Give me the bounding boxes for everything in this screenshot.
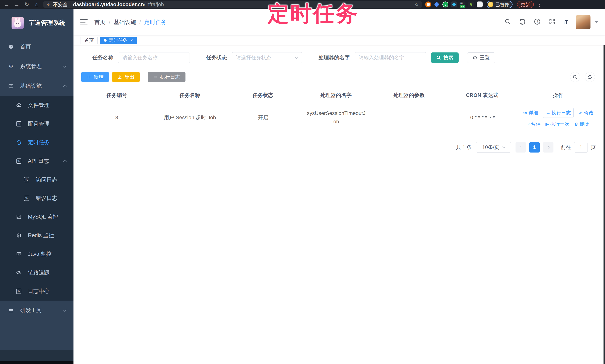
breadcrumb-separator: / <box>109 19 110 25</box>
extension-on-icon[interactable]: ☰ on <box>460 1 465 7</box>
close-tab-icon[interactable]: × <box>131 38 133 43</box>
browser-forward-icon[interactable]: → <box>13 0 21 9</box>
browser-home-icon[interactable]: ⌂ <box>33 0 41 9</box>
chart-icon <box>16 214 22 220</box>
delete-link[interactable]: 删除 <box>574 121 589 127</box>
prev-page-button[interactable] <box>515 142 526 153</box>
export-button[interactable]: 导出 <box>112 72 140 82</box>
extension-grid-icon[interactable] <box>451 1 457 7</box>
sidebar-item-label: 链路追踪 <box>28 269 66 276</box>
browser-update-button[interactable]: 更新 <box>517 1 534 8</box>
sidebar-item-home[interactable]: 首页 <box>0 37 74 57</box>
search-button[interactable]: 搜索 <box>431 52 459 63</box>
font-size-icon[interactable]: tT <box>564 19 568 25</box>
col-header-name: 任务名称 <box>153 86 226 104</box>
breadcrumb-infra[interactable]: 基础设施 <box>114 18 136 26</box>
reset-button[interactable]: 重置 <box>467 52 495 63</box>
table-row: 3 用户 Session 超时 Job 开启 sysUserSessionTim… <box>80 104 598 131</box>
sidebar-item-label: 定时任务 <box>28 139 66 146</box>
handler-name-input[interactable] <box>355 52 426 63</box>
run-once-link[interactable]: ▶ 执行一次 <box>545 121 569 127</box>
sidebar-item-access-logs[interactable]: ✎ 访问日志 <box>0 170 74 189</box>
refresh-button[interactable] <box>585 72 595 82</box>
sidebar-item-redis-monitor[interactable]: Redis 监控 <box>0 226 74 245</box>
user-avatar[interactable] <box>576 15 591 29</box>
cell-handler-name: sysUserSessionTimeoutJob <box>300 104 373 131</box>
job-status-select[interactable]: 请选择任务状态 <box>232 52 302 63</box>
sidebar-item-label: API 日志 <box>28 157 57 165</box>
cell-actions: 详细 执行日志 修改 <box>519 104 598 131</box>
browser-profile-button[interactable]: 已暂停 <box>487 1 513 8</box>
tab-scheduled-jobs[interactable]: 定时任务 × <box>100 37 137 44</box>
browser-reload-icon[interactable]: ↻ <box>23 0 31 9</box>
goto-page-input[interactable] <box>574 142 588 153</box>
edit-square-icon: ✎ <box>24 177 30 182</box>
browser-back-icon[interactable]: ← <box>3 0 11 9</box>
sidebar-item-java-monitor[interactable]: Java 监控 <box>0 245 74 263</box>
extension-orange-icon[interactable] <box>425 1 431 7</box>
cell-job-name: 用户 Session 超时 Job <box>153 104 226 131</box>
sidebar-item-label: 研发工具 <box>20 307 57 314</box>
sidebar-item-file-mgmt[interactable]: 文件管理 <box>0 96 74 115</box>
sidebar-item-infra[interactable]: 基础设施 <box>0 76 74 96</box>
detail-link[interactable]: 详细 <box>523 110 538 116</box>
sidebar-item-config-mgmt[interactable]: ✎ 配置管理 <box>0 115 74 133</box>
help-icon[interactable]: ? <box>534 18 541 26</box>
fullscreen-icon[interactable] <box>549 18 556 26</box>
tab-home[interactable]: 首页 <box>80 37 98 44</box>
sidebar-item-scheduled-jobs[interactable]: 定时任务 <box>0 133 74 152</box>
sidebar-bottom-edge <box>0 361 74 364</box>
extension-check-icon[interactable]: v <box>442 1 448 7</box>
edit-link[interactable]: 修改 <box>579 110 594 116</box>
search-icon[interactable] <box>504 18 511 26</box>
chevron-up-icon <box>63 85 66 89</box>
sidebar-item-label: 系统管理 <box>20 63 57 70</box>
toggle-search-button[interactable] <box>570 72 580 82</box>
page-size-select[interactable]: 10条/页 <box>476 142 511 153</box>
active-tab-dot <box>104 39 107 42</box>
app-logo-row: 芋道管理系统 <box>0 9 74 37</box>
sidebar-item-system[interactable]: ⚙ 系统管理 <box>0 57 74 76</box>
extensions-row: v ☰ on <box>425 1 483 7</box>
next-page-button[interactable] <box>543 142 553 153</box>
main-area: 首页 / 基础设施 / 定时任务 ? tT <box>74 9 605 364</box>
collapse-sidebar-icon[interactable] <box>80 19 88 25</box>
chevron-down-icon <box>63 308 66 312</box>
pagination: 共 1 条 10条/页 1 前往 页 <box>80 142 598 153</box>
user-menu-caret-icon[interactable] <box>595 21 598 23</box>
extension-leaf-icon[interactable] <box>468 1 474 7</box>
extensions-puzzle-icon[interactable] <box>477 1 483 7</box>
address-bar[interactable]: ⚠ 不安全 dashboard.yudao.iocoder.cn/infra/j… <box>43 1 422 8</box>
current-page-button[interactable]: 1 <box>529 142 540 153</box>
bookmark-star-icon[interactable]: ☆ <box>414 1 419 8</box>
sidebar-item-label: 日志中心 <box>28 287 66 295</box>
sidebar-item-log-center[interactable]: ✎ 日志中心 <box>0 282 74 300</box>
extension-gem-icon[interactable] <box>434 1 440 7</box>
add-button[interactable]: 新增 <box>81 72 109 82</box>
pause-link[interactable]: × 暂停 <box>527 121 541 127</box>
table-toolbar: 新增 导出 执行日志 <box>80 72 598 82</box>
row-exec-log-link[interactable]: 执行日志 <box>543 108 574 118</box>
breadcrumb-separator: / <box>139 19 141 25</box>
edit-square-icon: ✎ <box>24 196 30 201</box>
sidebar-item-tracing[interactable]: 链路追踪 <box>0 263 74 282</box>
edit-square-icon: ✎ <box>16 158 22 164</box>
browser-menu-icon[interactable]: ⋮ <box>537 1 542 8</box>
eye-icon <box>16 270 22 275</box>
exec-log-button[interactable]: 执行日志 <box>148 72 185 82</box>
sidebar-item-dev-tools[interactable]: 研发工具 <box>0 300 74 320</box>
col-header-actions: 操作 <box>519 86 598 104</box>
sidebar-item-mysql-monitor[interactable]: MySQL 监控 <box>0 208 74 226</box>
sidebar-submenu-infra: 文件管理 ✎ 配置管理 定时任务 ✎ API 日志 <box>0 96 74 300</box>
goto-page: 前往 页 <box>561 142 596 153</box>
handler-name-label: 处理器的名字 <box>318 54 350 61</box>
sidebar-item-label: 访问日志 <box>36 176 66 183</box>
job-name-input[interactable] <box>118 52 190 63</box>
sidebar-item-error-logs[interactable]: ✎ 错误日志 <box>0 189 74 208</box>
github-icon[interactable] <box>519 18 526 26</box>
gear-icon: ⚙ <box>8 64 14 69</box>
sidebar-item-api-logs[interactable]: ✎ API 日志 <box>0 152 74 170</box>
sidebar-bottom-strip <box>0 350 74 361</box>
breadcrumb-home[interactable]: 首页 <box>94 18 105 26</box>
table-tools <box>570 72 595 82</box>
